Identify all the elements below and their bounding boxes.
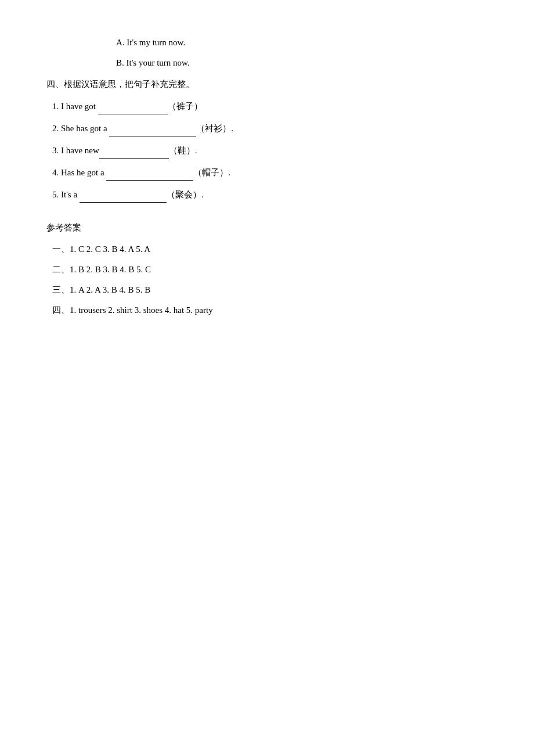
exercise-2-hint: （衬衫）.	[196, 124, 233, 133]
option-a-text: A. It's my turn now.	[116, 38, 185, 47]
exercise-1: 1. I have got （裤子）	[52, 98, 488, 114]
answer-line-4: 四、1. trousers 2. shirt 3. shoes 4. hat 5…	[52, 303, 488, 318]
exercise-3-number: 3. I have new	[52, 146, 99, 155]
exercise-4: 4. Has he got a （帽子）.	[52, 164, 488, 181]
exercise-4-hint: （帽子）.	[193, 168, 230, 177]
exercise-5: 5. It's a （聚会）.	[52, 186, 488, 203]
exercise-4-blank	[106, 164, 193, 181]
answer-line-1: 一、1. C 2. C 3. B 4. A 5. A	[52, 242, 488, 257]
answer-title: 参考答案	[46, 220, 488, 236]
exercise-2-number: 2. She has got a	[52, 124, 109, 133]
section-four-title: 四、根据汉语意思，把句子补充完整。	[46, 77, 488, 92]
exercise-3-hint: （鞋）.	[169, 146, 197, 155]
exercise-3: 3. I have new （鞋）.	[52, 142, 488, 159]
exercise-5-number: 5. It's a	[52, 190, 80, 199]
option-b: B. It's your turn now.	[116, 55, 488, 71]
exercise-5-hint: （聚会）.	[167, 190, 204, 199]
exercise-2-blank	[109, 120, 196, 136]
exercise-4-number: 4. Has he got a	[52, 168, 106, 177]
answer-section: 参考答案 一、1. C 2. C 3. B 4. A 5. A 二、1. B 2…	[46, 220, 488, 318]
exercise-3-blank	[99, 142, 169, 159]
exercise-1-hint: （裤子）	[168, 102, 203, 111]
option-b-text: B. It's your turn now.	[116, 58, 190, 67]
option-a: A. It's my turn now.	[116, 35, 488, 51]
exercise-1-number: 1. I have got	[52, 102, 98, 111]
exercise-2: 2. She has got a （衬衫）.	[52, 120, 488, 136]
exercise-1-blank	[98, 98, 168, 114]
answer-line-2: 二、1. B 2. B 3. B 4. B 5. C	[52, 262, 488, 278]
answer-line-3: 三、1. A 2. A 3. B 4. B 5. B	[52, 282, 488, 298]
exercise-5-blank	[80, 186, 167, 203]
